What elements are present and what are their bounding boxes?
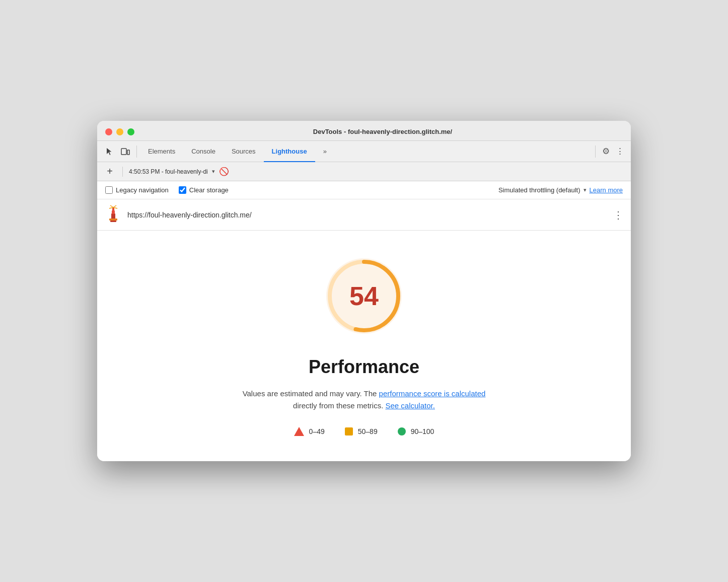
- cursor-icon[interactable]: [101, 143, 117, 160]
- score-gauge: 54: [319, 251, 409, 341]
- options-bar: Legacy navigation Clear storage Simulate…: [97, 181, 631, 199]
- svg-rect-11: [109, 219, 117, 221]
- devtools-window: DevTools - foul-heavenly-direction.glitc…: [97, 121, 631, 461]
- calculator-link[interactable]: See calculator.: [385, 401, 434, 410]
- legacy-nav-checkbox[interactable]: [105, 186, 113, 194]
- secondary-toolbar: + 4:50:53 PM - foul-heavenly-di ▾ 🚫: [97, 162, 631, 181]
- legend: 0–49 50–89 90–100: [294, 427, 434, 436]
- device-toggle-icon[interactable]: [117, 143, 133, 160]
- window-title: DevTools - foul-heavenly-direction.glitc…: [142, 128, 623, 135]
- clear-storage-group: Clear storage: [179, 186, 229, 194]
- svg-rect-4: [112, 208, 114, 211]
- maximize-button[interactable]: [127, 128, 134, 135]
- separator-2: [595, 146, 596, 158]
- legend-item-orange: 50–89: [345, 427, 378, 435]
- throttle-label: Simulated throttling (default): [498, 186, 580, 194]
- session-label: 4:50:53 PM - foul-heavenly-di: [129, 168, 208, 175]
- legacy-nav-group: Legacy navigation: [105, 186, 169, 194]
- session-dropdown-arrow[interactable]: ▾: [212, 168, 215, 175]
- title-bar: DevTools - foul-heavenly-direction.glitc…: [97, 121, 631, 141]
- url-display: https://foul-heavenly-direction.glitch.m…: [127, 211, 607, 219]
- throttle-group: Simulated throttling (default) ▾ Learn m…: [498, 186, 623, 194]
- tab-console[interactable]: Console: [183, 141, 224, 162]
- legend-orange-icon: [345, 427, 353, 435]
- no-entry-icon[interactable]: 🚫: [219, 167, 229, 176]
- throttle-dropdown-arrow[interactable]: ▾: [584, 187, 587, 193]
- legend-orange-label: 50–89: [358, 427, 378, 435]
- svg-rect-3: [112, 210, 115, 214]
- url-bar: https://foul-heavenly-direction.glitch.m…: [97, 199, 631, 231]
- clear-storage-checkbox[interactable]: [179, 186, 186, 194]
- tab-elements[interactable]: Elements: [140, 141, 183, 162]
- minimize-button[interactable]: [116, 128, 123, 135]
- performance-score-link[interactable]: performance score is calculated: [379, 389, 486, 398]
- svg-line-6: [110, 205, 113, 207]
- legacy-nav-label[interactable]: Legacy navigation: [116, 186, 169, 194]
- performance-title: Performance: [309, 356, 419, 378]
- description-part2: directly from these metrics.: [293, 401, 385, 410]
- clear-storage-label[interactable]: Clear storage: [189, 186, 229, 194]
- svg-rect-10: [110, 221, 116, 222]
- main-content: 54 Performance Values are estimated and …: [97, 231, 631, 461]
- legend-green-icon: [398, 427, 406, 435]
- tab-sources[interactable]: Sources: [224, 141, 264, 162]
- lighthouse-icon: [105, 204, 121, 225]
- svg-rect-0: [121, 149, 126, 155]
- legend-red-label: 0–49: [309, 427, 325, 435]
- legend-item-green: 90–100: [398, 427, 434, 435]
- description-part1: Values are estimated and may vary. The: [243, 389, 379, 398]
- legend-red-icon: [294, 427, 304, 436]
- tab-more[interactable]: »: [315, 141, 335, 162]
- traffic-lights: [105, 128, 134, 135]
- more-options-icon[interactable]: ⋮: [613, 144, 627, 159]
- settings-icon[interactable]: ⚙: [599, 144, 613, 159]
- secondary-separator: [122, 167, 123, 177]
- svg-line-8: [113, 205, 116, 207]
- score-number: 54: [349, 281, 379, 311]
- devtools-toolbar: Elements Console Sources Lighthouse » ⚙ …: [97, 141, 631, 162]
- svg-rect-1: [127, 150, 129, 155]
- legend-green-label: 90–100: [411, 427, 434, 435]
- learn-more-link[interactable]: Learn more: [590, 186, 623, 194]
- description-text: Values are estimated and may vary. The p…: [243, 388, 486, 412]
- add-session-button[interactable]: +: [103, 165, 116, 178]
- tab-lighthouse[interactable]: Lighthouse: [264, 141, 315, 162]
- separator-1: [136, 146, 137, 158]
- url-more-options[interactable]: ⋮: [613, 209, 623, 221]
- legend-item-red: 0–49: [294, 427, 325, 436]
- close-button[interactable]: [105, 128, 112, 135]
